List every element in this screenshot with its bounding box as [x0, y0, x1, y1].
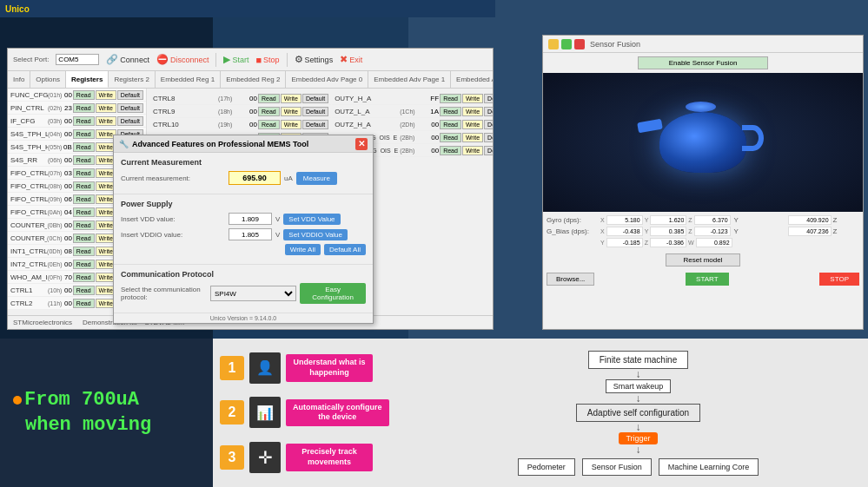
write-btn[interactable]: Write — [462, 94, 483, 103]
gbias-row: G_Bias (dps): X Y Z — [547, 227, 732, 236]
gbias-y — [650, 227, 686, 236]
write-btn[interactable]: Write — [281, 107, 301, 116]
read-btn[interactable]: Read — [440, 94, 461, 103]
tab-embedded-adv2[interactable]: Embedded Adv Page 2 — [451, 71, 494, 88]
read-btn[interactable]: Read — [73, 247, 95, 256]
default-btn[interactable]: Default — [117, 116, 143, 126]
exit-btn[interactable]: ✖ Exit — [340, 54, 362, 65]
vdd-input[interactable] — [229, 213, 272, 225]
set-vdd-btn[interactable]: Set VDD Value — [283, 214, 340, 225]
tab-options[interactable]: Options — [30, 71, 66, 88]
settings-btn[interactable]: ⚙ Settings — [295, 54, 334, 65]
sensor-start-btn[interactable]: START — [686, 273, 728, 286]
write-btn[interactable]: Write — [96, 103, 116, 113]
vddo-input[interactable] — [229, 228, 272, 240]
default-btn[interactable]: Default — [484, 120, 493, 129]
read-btn[interactable]: Read — [73, 234, 95, 243]
write-btn[interactable]: Write — [96, 116, 116, 126]
sensor-titlebar: Sensor Fusion — [543, 36, 863, 53]
read-btn[interactable]: Read — [73, 90, 95, 100]
q-w — [696, 238, 732, 247]
protocol-select[interactable]: SPI4W SPI3W I2C — [210, 286, 296, 301]
read-btn[interactable]: Read — [73, 207, 95, 217]
read-btn[interactable]: Read — [258, 107, 280, 116]
y-val — [788, 215, 832, 225]
step-3-row: 3 ✛ Precisely trackmovements — [220, 442, 401, 473]
read-btn[interactable]: Read — [258, 120, 280, 129]
stop-icon: ■ — [255, 55, 262, 65]
sensor-stop-btn[interactable]: STOP — [819, 273, 859, 286]
start-toolbar-btn[interactable]: ▶ Start — [223, 54, 248, 65]
port-select[interactable] — [56, 54, 99, 65]
step-1-icon: 👤 — [249, 352, 281, 384]
close-btn[interactable] — [574, 39, 585, 49]
read-btn[interactable]: Read — [73, 116, 95, 126]
tab-registers[interactable]: Registers — [66, 71, 109, 88]
connect-label: Connect — [120, 56, 149, 64]
step-3-label: Precisely trackmovements — [286, 444, 373, 471]
read-btn[interactable]: Read — [73, 220, 95, 230]
adv-close-btn[interactable]: ✕ — [355, 138, 368, 150]
default-btn[interactable]: Default — [117, 103, 143, 113]
flow-box-adaptive: Adaptive self configuration — [576, 404, 700, 422]
read-btn[interactable]: Read — [73, 142, 95, 152]
tab-registers2[interactable]: Registers 2 — [109, 71, 155, 88]
minimize-btn[interactable] — [548, 39, 559, 49]
write-btn[interactable]: Write — [281, 94, 301, 103]
read-btn[interactable]: Read — [73, 286, 95, 295]
measure-btn[interactable]: Measure — [296, 172, 337, 185]
stop-toolbar-btn[interactable]: ■ Stop — [255, 55, 279, 65]
enable-sensor-btn[interactable]: Enable Sensor Fusion — [638, 56, 768, 69]
tab-embedded-adv1[interactable]: Embedded Adv Page 1 — [368, 71, 451, 88]
default-btn[interactable]: Default — [484, 94, 493, 103]
tab-info[interactable]: Info — [8, 71, 30, 88]
gyro-y — [650, 215, 686, 225]
write-btn[interactable]: Write — [462, 146, 483, 155]
default-btn[interactable]: Default — [117, 90, 143, 100]
read-btn[interactable]: Read — [73, 260, 95, 269]
vddo-row: Insert VDDIO value: V Set VDDIO Value — [121, 228, 366, 240]
browse-btn[interactable]: Browse... — [547, 273, 594, 286]
settings-icon: ⚙ — [295, 54, 303, 65]
y-data-row: Y Z — [734, 215, 864, 225]
read-btn[interactable]: Read — [73, 273, 95, 282]
port-label: Select Port: — [13, 56, 49, 63]
adv-version: Unico Version = 9.14.0.0 — [114, 313, 373, 323]
write-btn[interactable]: Write — [96, 90, 116, 100]
read-btn[interactable]: Read — [258, 94, 280, 103]
default-btn[interactable]: Default — [484, 107, 493, 116]
write-btn[interactable]: Write — [462, 133, 483, 142]
read-btn[interactable]: Read — [73, 155, 95, 165]
default-btn[interactable]: Default — [302, 120, 328, 129]
maximize-btn[interactable] — [561, 39, 572, 49]
read-btn[interactable]: Read — [73, 299, 95, 308]
read-btn[interactable]: Read — [73, 103, 95, 113]
easy-config-btn[interactable]: Easy Configuration — [300, 283, 366, 304]
write-all-btn[interactable]: Write All — [285, 244, 321, 255]
disconnect-btn[interactable]: ⛔ Disconnect — [156, 54, 209, 65]
read-btn[interactable]: Read — [440, 146, 461, 155]
default-all-btn[interactable]: Default All — [324, 244, 366, 255]
read-btn[interactable]: Read — [73, 129, 95, 139]
read-btn[interactable]: Read — [440, 107, 461, 116]
reset-model-btn[interactable]: Reset model — [666, 253, 741, 267]
tab-embedded-adv0[interactable]: Embedded Adv Page 0 — [286, 71, 368, 88]
sensor-title: Sensor Fusion — [590, 40, 640, 49]
comm-section: Communication Protocol Select the commun… — [114, 265, 373, 313]
write-btn[interactable]: Write — [462, 107, 483, 116]
connect-btn[interactable]: 🔗 Connect — [106, 54, 149, 65]
default-btn[interactable]: Default — [484, 133, 493, 142]
read-btn[interactable]: Read — [440, 120, 461, 129]
write-btn[interactable]: Write — [462, 120, 483, 129]
read-btn[interactable]: Read — [440, 133, 461, 142]
default-btn[interactable]: Default — [484, 146, 493, 155]
default-btn[interactable]: Default — [302, 107, 328, 116]
set-vddo-btn[interactable]: Set VDDIO Value — [283, 229, 348, 240]
read-btn[interactable]: Read — [73, 168, 95, 178]
tab-embedded-reg1[interactable]: Embedded Reg 1 — [156, 71, 221, 88]
default-btn[interactable]: Default — [302, 94, 328, 103]
tab-embedded-reg2[interactable]: Embedded Reg 2 — [221, 71, 286, 88]
write-btn[interactable]: Write — [281, 120, 301, 129]
read-btn[interactable]: Read — [73, 194, 95, 204]
read-btn[interactable]: Read — [73, 181, 95, 191]
